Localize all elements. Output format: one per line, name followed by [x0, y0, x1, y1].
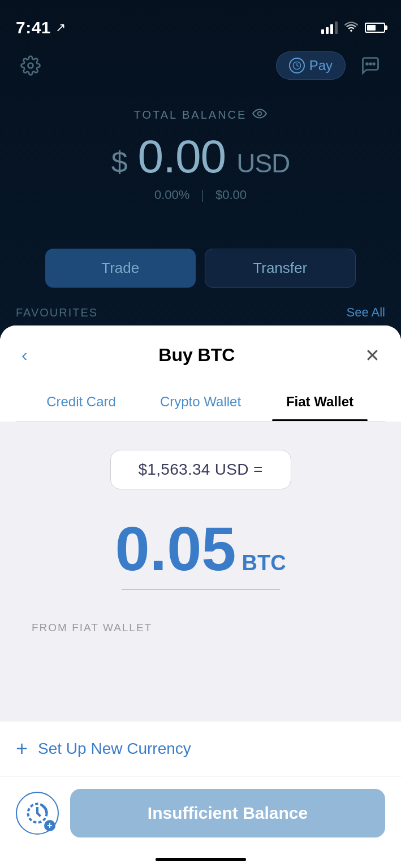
btc-amount: 0.05: [115, 518, 236, 580]
refresh-timer-button[interactable]: +: [16, 792, 59, 835]
top-nav: Pay: [0, 45, 401, 86]
svg-point-4: [258, 112, 262, 116]
tab-fiat-wallet[interactable]: Fiat Wallet: [260, 385, 380, 421]
sheet-title-row: ‹ Buy BTC ✕: [16, 342, 385, 368]
status-time: 7:41: [16, 18, 51, 37]
settings-button[interactable]: [16, 51, 45, 80]
sheet-header: ‹ Buy BTC ✕ Credit Card Crypto Wallet Fi…: [0, 326, 401, 422]
status-bar: 7:41 ↗: [0, 0, 401, 45]
btc-currency: BTC: [242, 551, 286, 575]
pay-icon: [289, 58, 305, 73]
sheet-content: $1,563.34 USD = 0.05 BTC FROM FIAT WALLE…: [0, 422, 401, 721]
svg-point-3: [373, 63, 375, 65]
favourites-label: FAVOURITES: [16, 306, 98, 319]
back-button[interactable]: ‹: [16, 342, 33, 368]
trade-button[interactable]: Trade: [45, 249, 196, 288]
battery-icon: [365, 23, 385, 33]
home-indicator: [0, 858, 401, 868]
close-button[interactable]: ✕: [360, 343, 385, 368]
location-arrow-icon: ↗: [55, 20, 66, 35]
setup-currency-row[interactable]: + Set Up New Currency: [0, 722, 401, 776]
see-all-button[interactable]: See All: [347, 305, 386, 320]
usd-amount-box[interactable]: $1,563.34 USD =: [110, 450, 291, 489]
pay-label: Pay: [309, 58, 333, 73]
svg-point-1: [366, 63, 368, 65]
from-label: FROM FIAT WALLET: [16, 622, 385, 634]
plus-icon: +: [16, 739, 28, 759]
tab-credit-card[interactable]: Credit Card: [21, 385, 141, 421]
balance-label: TOTAL BALANCE: [11, 107, 390, 122]
svg-point-0: [28, 63, 33, 68]
btc-underline: [122, 589, 280, 590]
balance-change: 0.00% | $0.00: [11, 188, 390, 202]
action-buttons: Trade Transfer: [0, 249, 401, 288]
sheet-title: Buy BTC: [158, 345, 235, 366]
from-section: FROM FIAT WALLET: [16, 613, 385, 639]
setup-currency-text: Set Up New Currency: [38, 740, 191, 758]
signal-icon: [321, 21, 338, 34]
status-icons: [321, 20, 385, 36]
transfer-button[interactable]: Transfer: [205, 249, 356, 288]
sheet-footer: + Insufficient Balance: [0, 776, 401, 858]
btc-display: 0.05 BTC: [115, 518, 286, 580]
pay-button[interactable]: Pay: [276, 51, 346, 80]
usd-amount-text: $1,563.34 USD =: [138, 461, 262, 478]
bottom-sheet: ‹ Buy BTC ✕ Credit Card Crypto Wallet Fi…: [0, 326, 401, 868]
plus-badge-icon: +: [44, 820, 55, 831]
home-bar: [156, 858, 246, 861]
tab-crypto-wallet[interactable]: Crypto Wallet: [141, 385, 260, 421]
balance-section: TOTAL BALANCE $ 0.00 USD 0.00% | $0.00: [0, 96, 401, 214]
wifi-icon: [343, 20, 359, 36]
chat-button[interactable]: [356, 51, 385, 80]
eye-icon[interactable]: [252, 107, 267, 122]
svg-point-2: [370, 63, 372, 65]
top-right-actions: Pay: [276, 51, 385, 80]
insufficient-balance-button[interactable]: Insufficient Balance: [70, 789, 385, 837]
tabs-row: Credit Card Crypto Wallet Fiat Wallet: [16, 385, 385, 422]
balance-amount: $ 0.00 USD: [11, 130, 390, 183]
